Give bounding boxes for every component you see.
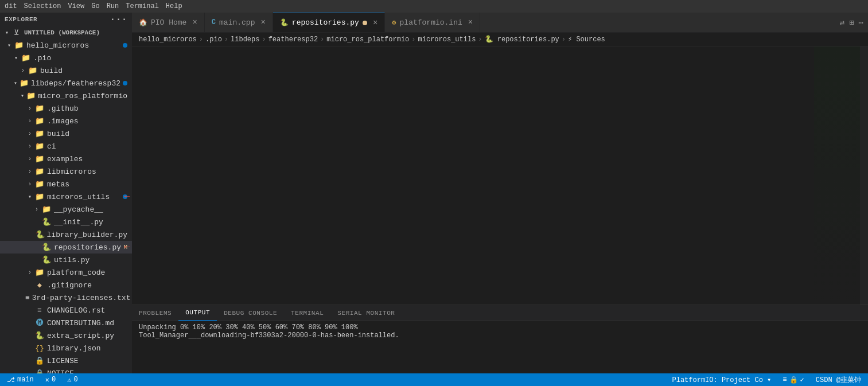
bc-repositories-py[interactable]: 🐍 repositories.py — [485, 35, 559, 44]
branch-icon: ⎇ — [7, 376, 15, 384]
explorer-header: EXPLORER ··· — [0, 13, 132, 26]
license-icon: 🔒 — [34, 356, 45, 365]
panel-tab-terminal[interactable]: TERMINAL — [284, 305, 330, 321]
bc-pio[interactable]: .pio — [205, 36, 222, 44]
bc-sources[interactable]: ⚡ Sources — [568, 35, 605, 44]
menu-selection[interactable]: Selection — [24, 2, 61, 10]
notice-icon: 🔒 — [34, 369, 45, 373]
bc-libdeps[interactable]: libdeps — [231, 36, 259, 44]
menu-terminal[interactable]: Terminal — [126, 2, 159, 10]
menu-help[interactable]: Help — [166, 2, 182, 10]
sidebar-item-libdeps[interactable]: 📁 libdeps/featheresp32 — [0, 77, 132, 89]
sidebar-item-libmicroros[interactable]: 📁 libmicroros — [0, 165, 132, 178]
folder-label: microros_utils — [47, 193, 120, 201]
editor-scrollbar[interactable] — [860, 46, 868, 305]
sidebar-item-pio[interactable]: 📁 .pio — [0, 52, 132, 64]
sidebar-item-pycache[interactable]: 📁 __pycache__ — [0, 203, 132, 216]
status-branch[interactable]: ⎇ main — [5, 376, 36, 384]
workspace-icon: ⊻ — [11, 28, 22, 37]
sidebar-item-contributing[interactable]: 🅜 CONTRIBUTING.md — [0, 317, 132, 329]
sidebar-item-license[interactable]: 🔒 LICENSE — [0, 354, 132, 367]
sidebar-item-images[interactable]: 📁 .images — [0, 115, 132, 127]
modified-badge — [123, 43, 127, 48]
status-errors[interactable]: ✕ 0 — [43, 376, 58, 384]
menu-run[interactable]: Run — [107, 2, 119, 10]
minimap — [814, 46, 860, 305]
bc-featheresp32[interactable]: featheresp32 — [268, 36, 318, 44]
tab-split-icon[interactable]: ⇄ — [840, 18, 844, 28]
tab-close-icon[interactable]: × — [260, 18, 265, 26]
tab-more-icon[interactable]: ⋯ — [859, 18, 863, 28]
tab-close-icon[interactable]: × — [192, 18, 197, 26]
panel-tab-debug-console[interactable]: DEBUG CONSOLE — [217, 305, 284, 321]
folder-icon: 📁 — [34, 129, 45, 138]
tab-repositories-py[interactable]: 🐍 repositories.py × — [273, 13, 385, 32]
explorer-label: EXPLORER — [5, 16, 37, 23]
sidebar-item-build2[interactable]: 📁 build — [0, 127, 132, 140]
folder-icon: 📁 — [34, 116, 45, 126]
bottom-panel: PROBLEMS OUTPUT DEBUG CONSOLE TERMINAL S… — [132, 305, 868, 373]
status-bar: ⎇ main ✕ 0 ⚠ 0 PlatformIO: Project Co ▾ … — [0, 373, 868, 386]
bc-micro-ros[interactable]: micro_ros_platformio — [326, 36, 409, 44]
status-user[interactable]: CSDN @韭菜钟 — [813, 375, 863, 385]
sidebar-item-build[interactable]: 📁 build — [0, 64, 132, 77]
code-content[interactable] — [164, 46, 814, 305]
sidebar-item-changelog[interactable]: ≡ CHANGELOG.rst — [0, 304, 132, 317]
modified-badge — [123, 81, 127, 85]
file-label: library.json — [47, 344, 127, 353]
sidebar-item-library-builder[interactable]: 🐍 library_builder.py — [0, 228, 132, 241]
panel-tab-problems[interactable]: PROBLEMS — [132, 305, 178, 321]
sidebar-item-metas[interactable]: 📁 metas — [0, 178, 132, 190]
title-bar: dit Selection View Go Run Terminal Help — [0, 0, 868, 13]
sidebar-item-library-json[interactable]: {} library.json — [0, 342, 132, 354]
chevron-icon — [25, 118, 34, 124]
sidebar-item-ci[interactable]: 📁 ci — [0, 140, 132, 153]
python-tab-icon: 🐍 — [280, 18, 289, 27]
panel-tab-output[interactable]: OUTPUT — [178, 305, 217, 321]
panel-tab-serial-monitor[interactable]: SERIAL MONITOR — [330, 305, 402, 321]
file-label: __init__.py — [54, 218, 127, 227]
sidebar-item-gitignore[interactable]: ◆ .gitignore — [0, 279, 132, 291]
sidebar-item-utils-py[interactable]: 🐍 utils.py — [0, 254, 132, 266]
sidebar-item-notice[interactable]: 🔒 NOTICE — [0, 367, 132, 373]
bc-microros-utils[interactable]: microros_utils — [418, 36, 476, 44]
tab-main-cpp[interactable]: C main.cpp × — [205, 13, 273, 32]
tab-close-icon[interactable]: × — [373, 19, 377, 27]
sidebar-item-repositories-py[interactable]: 🐍 repositories.py M ← — [0, 241, 132, 254]
menu-view[interactable]: View — [68, 2, 84, 10]
status-warnings[interactable]: ⚠ 0 — [65, 376, 80, 384]
lock-icon: 🔒 — [789, 376, 798, 384]
menu-go[interactable]: Go — [91, 2, 99, 10]
status-icons[interactable]: ≡ 🔒 ✓ — [780, 376, 806, 384]
folder-label: libdeps/featheresp32 — [31, 79, 120, 88]
menu-edit[interactable]: dit — [5, 2, 17, 10]
bc-hello-microros[interactable]: hello_microros — [139, 36, 197, 44]
workspace-root[interactable]: ⊻ UNTITLED (WORKSPACE) — [0, 26, 132, 39]
sidebar-item-hello-microros[interactable]: 📁 hello_microros — [0, 39, 132, 52]
sidebar-item-micro-ros[interactable]: 📁 micro_ros_platformio — [0, 89, 132, 102]
tab-pio-home[interactable]: 🏠 PIO Home × — [132, 13, 205, 32]
tab-close-icon[interactable]: × — [468, 18, 473, 26]
content-area: 🏠 PIO Home × C main.cpp × 🐍 repositories… — [132, 13, 868, 373]
explorer-menu-icon[interactable]: ··· — [110, 15, 127, 24]
status-platformio[interactable]: PlatformIO: Project Co ▾ — [670, 376, 773, 384]
sidebar-item-extra-script[interactable]: 🐍 extra_script.py — [0, 329, 132, 342]
tab-layout-icon[interactable]: ⊞ — [849, 18, 854, 28]
tab-platformio-ini[interactable]: ⚙ platformio.ini × — [385, 13, 480, 32]
sidebar-item-3rdparty[interactable]: ≡ 3rd-party-licenses.txt — [0, 291, 132, 304]
md-icon: 🅜 — [34, 319, 45, 327]
arrow-annotation-1: ← — [124, 192, 130, 202]
file-label: repositories.py — [54, 243, 121, 252]
folder-label: hello_microros — [26, 41, 120, 50]
sidebar-item-microros-utils[interactable]: 📁 microros_utils ← — [0, 190, 132, 203]
sidebar-item-examples[interactable]: 📁 examples — [0, 153, 132, 165]
sidebar-item-platform-code[interactable]: 📁 platform_code — [0, 266, 132, 279]
file-label: utils.py — [54, 256, 127, 264]
sidebar-item-init-py[interactable]: 🐍 __init__.py — [0, 216, 132, 228]
pio-icon: 🏠 — [139, 18, 147, 27]
chevron-icon — [5, 42, 14, 49]
sidebar-item-github[interactable]: 📁 .github — [0, 102, 132, 115]
breadcrumb: hello_microros › .pio › libdeps › feathe… — [132, 33, 868, 46]
python-icon: 🐍 — [41, 243, 52, 252]
file-label: extra_script.py — [47, 332, 127, 340]
